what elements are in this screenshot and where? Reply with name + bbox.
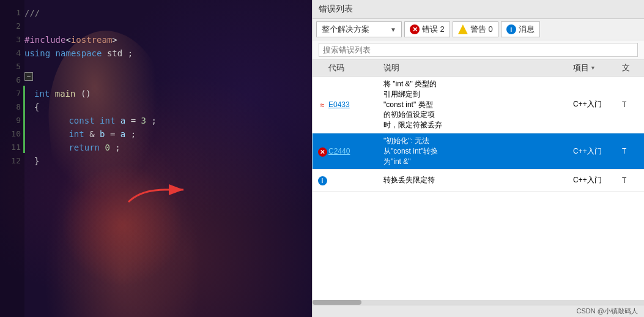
error-panel: 错误列表 整个解决方案 ▼ ✕ 错误 2 警告 0 i 消息 代码 说明 xyxy=(312,0,644,317)
chevron-down-icon: ▼ xyxy=(390,26,396,33)
search-input[interactable] xyxy=(319,43,638,57)
row-2-type-icon: ✕ xyxy=(316,146,328,157)
code-main-func: main xyxy=(55,89,76,99)
info-count-label: 消息 xyxy=(519,24,535,35)
col-file-header: 文 xyxy=(622,62,640,73)
line-numbers: 1 2 3 4 5 6 7 8 9 10 11 12 xyxy=(0,0,24,317)
error-count-label: 错误 2 xyxy=(422,24,445,35)
code-int-kw: int xyxy=(34,89,50,99)
warning-triangle-icon xyxy=(458,24,468,34)
row-3-file: T xyxy=(622,176,640,185)
panel-title-bar: 错误列表 xyxy=(313,0,644,19)
code-namespace: namespace xyxy=(56,48,102,58)
code-line-10: int & b = a ; xyxy=(24,127,157,141)
horizontal-scrollbar-track[interactable] xyxy=(313,300,644,305)
table-header: 代码 说明 项目 ▼ 文 xyxy=(313,60,644,76)
col-project-label: 项目 xyxy=(573,62,589,73)
col-icon-header xyxy=(316,62,328,73)
code-line-4: using namespace std ; xyxy=(24,47,157,60)
warning-count-button[interactable]: 警告 0 xyxy=(453,21,498,37)
scope-label: 整个解决方案 xyxy=(322,24,369,35)
sort-arrow-icon: ▼ xyxy=(590,65,596,71)
row-3-desc: 转换丢失限定符 xyxy=(383,175,573,185)
wavy-warning-icon: ≈ xyxy=(320,101,325,110)
row-1-type-icon: ≈ xyxy=(316,100,328,110)
code-int-ref-kw: int xyxy=(68,129,84,139)
horizontal-scrollbar-thumb[interactable] xyxy=(313,300,361,305)
row-2-file: T xyxy=(622,147,640,155)
panel-title: 错误列表 xyxy=(319,4,353,13)
row-2-code: C2440 xyxy=(328,147,383,155)
table-row[interactable]: ≈ E0433 将 "int &" 类型的引用绑定到"const int" 类型… xyxy=(313,76,644,133)
row-3-type-icon: i xyxy=(316,175,328,185)
code-line-2 xyxy=(24,20,157,33)
code-line-3: #include<iostream> xyxy=(24,33,157,47)
warning-count-label: 警告 0 xyxy=(470,24,493,35)
row-1-desc: 将 "int &" 类型的引用绑定到"const int" 类型的初始值设定项时… xyxy=(383,79,573,130)
panel-toolbar: 整个解决方案 ▼ ✕ 错误 2 警告 0 i 消息 xyxy=(313,19,644,40)
col-code-header: 代码 xyxy=(328,62,383,73)
code-line-12: } xyxy=(24,154,157,168)
table-row[interactable]: i 转换丢失限定符 C++入门 T xyxy=(313,170,644,192)
code-const-kw: const xyxy=(68,116,94,125)
table-row[interactable]: ✕ C2440 "初始化": 无法从"const int"转换为"int &" … xyxy=(313,133,644,170)
code-line-11: return 0 ; xyxy=(24,141,157,154)
watermark-text: CSDN @小镇敲码人 xyxy=(577,307,638,316)
code-include: #include xyxy=(24,35,65,45)
code-int-kw2: int xyxy=(100,116,115,125)
code-return-kw: return xyxy=(68,143,100,152)
code-line-5 xyxy=(24,60,157,73)
code-line-7: int main () xyxy=(24,87,157,100)
code-line-9: const int a = 3 ; xyxy=(24,114,157,127)
col-file-label: 文 xyxy=(622,62,630,73)
code-line-8: { xyxy=(24,100,157,114)
info-count-button[interactable]: i 消息 xyxy=(501,21,540,37)
scope-dropdown[interactable]: 整个解决方案 ▼ xyxy=(316,21,402,37)
row-2-code-link[interactable]: C2440 xyxy=(328,147,350,155)
code-line-1: /// xyxy=(24,6,157,20)
row-1-file: T xyxy=(622,100,640,109)
error-x-icon: ✕ xyxy=(410,24,420,34)
col-project-header[interactable]: 项目 ▼ xyxy=(573,62,622,73)
info-circle-icon: i xyxy=(506,24,516,34)
row-1-project: C++入门 xyxy=(573,99,622,110)
error-list: ≈ E0433 将 "int &" 类型的引用绑定到"const int" 类型… xyxy=(313,76,644,300)
row-3-project: C++入门 xyxy=(573,175,622,185)
search-bar xyxy=(313,40,644,60)
code-line-6 xyxy=(24,73,157,87)
row-2-project: C++入门 xyxy=(573,146,622,157)
code-std: std xyxy=(107,48,122,58)
row-1-code-link[interactable]: E0433 xyxy=(328,100,350,109)
error-count-button[interactable]: ✕ 错误 2 xyxy=(404,21,450,37)
code-content: /// #include<iostream> using namespace s… xyxy=(24,6,157,168)
code-editor: 1 2 3 4 5 6 7 8 9 10 11 12 − /// #includ… xyxy=(0,0,312,317)
col-desc-header: 说明 xyxy=(383,62,573,73)
row-2-desc: "初始化": 无法从"const int"转换为"int &" xyxy=(383,136,573,166)
code-using: using xyxy=(24,48,50,58)
panel-status-bar: CSDN @小镇敲码人 xyxy=(313,305,644,317)
red-arrow xyxy=(122,177,196,208)
col-code-label: 代码 xyxy=(328,62,344,73)
info-circle-icon-row: i xyxy=(318,176,327,185)
row-1-code: E0433 xyxy=(328,100,383,109)
col-desc-label: 说明 xyxy=(383,62,399,73)
error-x-circle-icon: ✕ xyxy=(318,147,327,157)
